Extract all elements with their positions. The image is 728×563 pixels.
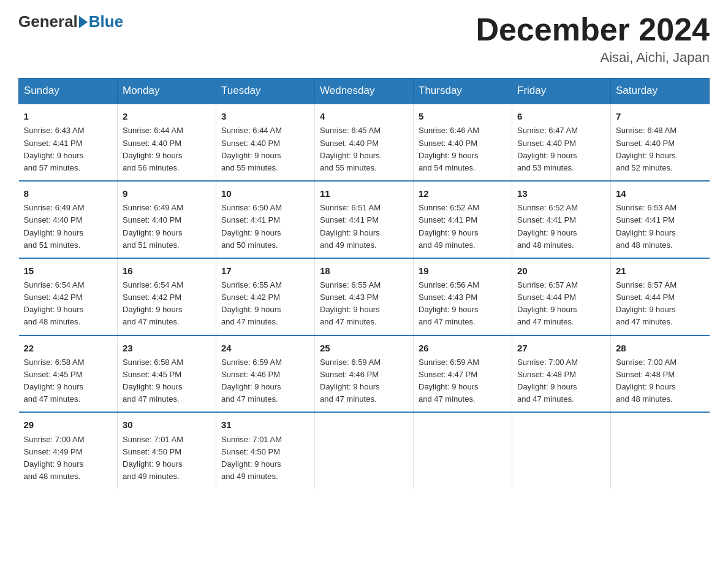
- weekday-header-monday: Monday: [118, 79, 216, 104]
- day-info: Sunrise: 6:58 AMSunset: 4:45 PMDaylight:…: [123, 356, 211, 406]
- calendar-cell: [512, 412, 611, 489]
- day-info: Sunrise: 6:43 AMSunset: 4:41 PMDaylight:…: [24, 124, 113, 174]
- calendar-cell: 10Sunrise: 6:50 AMSunset: 4:41 PMDayligh…: [216, 181, 315, 258]
- weekday-header-friday: Friday: [512, 79, 611, 104]
- calendar-cell: 7Sunrise: 6:48 AMSunset: 4:40 PMDaylight…: [611, 104, 710, 181]
- day-number: 6: [517, 109, 605, 123]
- day-info: Sunrise: 6:51 AMSunset: 4:41 PMDaylight:…: [320, 202, 408, 251]
- day-info: Sunrise: 6:54 AMSunset: 4:42 PMDaylight:…: [24, 279, 113, 329]
- day-info: Sunrise: 6:49 AMSunset: 4:40 PMDaylight:…: [123, 202, 211, 251]
- calendar-cell: 16Sunrise: 6:54 AMSunset: 4:42 PMDayligh…: [118, 258, 216, 335]
- day-info: Sunrise: 7:00 AMSunset: 4:48 PMDaylight:…: [616, 356, 705, 406]
- page-header: General Blue December 2024 Aisai, Aichi,…: [18, 12, 710, 66]
- day-number: 3: [221, 109, 309, 123]
- day-info: Sunrise: 6:59 AMSunset: 4:47 PMDaylight:…: [419, 356, 507, 406]
- day-number: 25: [320, 341, 408, 355]
- day-info: Sunrise: 7:00 AMSunset: 4:49 PMDaylight:…: [24, 434, 113, 483]
- day-number: 12: [419, 186, 507, 201]
- day-number: 30: [123, 418, 211, 432]
- calendar-week-row: 15Sunrise: 6:54 AMSunset: 4:42 PMDayligh…: [19, 258, 710, 335]
- day-number: 5: [419, 109, 507, 123]
- day-info: Sunrise: 6:56 AMSunset: 4:43 PMDaylight:…: [419, 279, 507, 329]
- day-info: Sunrise: 6:57 AMSunset: 4:44 PMDaylight:…: [517, 279, 605, 329]
- calendar-cell: 26Sunrise: 6:59 AMSunset: 4:47 PMDayligh…: [414, 335, 512, 413]
- day-info: Sunrise: 7:00 AMSunset: 4:48 PMDaylight:…: [517, 356, 605, 406]
- month-title: December 2024: [476, 12, 710, 47]
- day-number: 14: [616, 186, 705, 201]
- calendar-cell: 28Sunrise: 7:00 AMSunset: 4:48 PMDayligh…: [611, 335, 710, 413]
- day-info: Sunrise: 6:46 AMSunset: 4:40 PMDaylight:…: [419, 124, 507, 174]
- calendar-cell: 21Sunrise: 6:57 AMSunset: 4:44 PMDayligh…: [611, 258, 710, 335]
- calendar-cell: 22Sunrise: 6:58 AMSunset: 4:45 PMDayligh…: [19, 335, 118, 413]
- calendar-cell: 1Sunrise: 6:43 AMSunset: 4:41 PMDaylight…: [19, 104, 118, 181]
- day-number: 20: [517, 264, 605, 278]
- calendar-cell: [315, 412, 414, 489]
- calendar-cell: 2Sunrise: 6:44 AMSunset: 4:40 PMDaylight…: [118, 104, 216, 181]
- weekday-header-tuesday: Tuesday: [216, 79, 315, 104]
- day-info: Sunrise: 6:59 AMSunset: 4:46 PMDaylight:…: [221, 356, 309, 406]
- day-info: Sunrise: 6:47 AMSunset: 4:40 PMDaylight:…: [517, 124, 605, 174]
- calendar-week-row: 29Sunrise: 7:00 AMSunset: 4:49 PMDayligh…: [19, 412, 710, 489]
- day-number: 10: [221, 186, 309, 201]
- day-number: 23: [123, 341, 211, 355]
- weekday-header-thursday: Thursday: [414, 79, 512, 104]
- day-number: 31: [221, 418, 309, 432]
- day-info: Sunrise: 6:44 AMSunset: 4:40 PMDaylight:…: [221, 124, 309, 174]
- day-number: 4: [320, 109, 408, 123]
- day-number: 11: [320, 186, 408, 201]
- day-number: 19: [419, 264, 507, 278]
- calendar-cell: 30Sunrise: 7:01 AMSunset: 4:50 PMDayligh…: [118, 412, 216, 489]
- day-number: 26: [419, 341, 507, 355]
- day-info: Sunrise: 6:55 AMSunset: 4:43 PMDaylight:…: [320, 279, 408, 329]
- calendar-cell: 17Sunrise: 6:55 AMSunset: 4:42 PMDayligh…: [216, 258, 315, 335]
- calendar-week-row: 1Sunrise: 6:43 AMSunset: 4:41 PMDaylight…: [19, 104, 710, 181]
- calendar-cell: 31Sunrise: 7:01 AMSunset: 4:50 PMDayligh…: [216, 412, 315, 489]
- day-number: 7: [616, 109, 705, 123]
- day-number: 22: [24, 341, 113, 355]
- day-number: 24: [221, 341, 309, 355]
- day-info: Sunrise: 6:54 AMSunset: 4:42 PMDaylight:…: [123, 279, 211, 329]
- logo-general-text: General: [18, 12, 78, 31]
- day-number: 17: [221, 264, 309, 278]
- calendar-cell: 8Sunrise: 6:49 AMSunset: 4:40 PMDaylight…: [19, 181, 118, 258]
- day-info: Sunrise: 6:48 AMSunset: 4:40 PMDaylight:…: [616, 124, 705, 174]
- day-number: 15: [24, 264, 113, 278]
- day-number: 2: [123, 109, 211, 123]
- calendar-cell: 12Sunrise: 6:52 AMSunset: 4:41 PMDayligh…: [414, 181, 512, 258]
- day-info: Sunrise: 6:58 AMSunset: 4:45 PMDaylight:…: [24, 356, 113, 406]
- day-number: 8: [24, 186, 113, 201]
- calendar-cell: 5Sunrise: 6:46 AMSunset: 4:40 PMDaylight…: [414, 104, 512, 181]
- calendar-table: SundayMondayTuesdayWednesdayThursdayFrid…: [18, 78, 710, 489]
- day-info: Sunrise: 6:53 AMSunset: 4:41 PMDaylight:…: [616, 202, 705, 251]
- calendar-week-row: 8Sunrise: 6:49 AMSunset: 4:40 PMDaylight…: [19, 181, 710, 258]
- day-number: 16: [123, 264, 211, 278]
- title-area: December 2024 Aisai, Aichi, Japan: [476, 12, 710, 66]
- day-number: 18: [320, 264, 408, 278]
- calendar-cell: 23Sunrise: 6:58 AMSunset: 4:45 PMDayligh…: [118, 335, 216, 413]
- logo-blue-text: Blue: [89, 12, 123, 31]
- weekday-header-row: SundayMondayTuesdayWednesdayThursdayFrid…: [19, 79, 710, 104]
- day-info: Sunrise: 7:01 AMSunset: 4:50 PMDaylight:…: [221, 434, 309, 483]
- calendar-cell: 3Sunrise: 6:44 AMSunset: 4:40 PMDaylight…: [216, 104, 315, 181]
- day-number: 1: [24, 109, 113, 123]
- day-info: Sunrise: 6:45 AMSunset: 4:40 PMDaylight:…: [320, 124, 408, 174]
- day-info: Sunrise: 6:52 AMSunset: 4:41 PMDaylight:…: [517, 202, 605, 251]
- day-info: Sunrise: 6:44 AMSunset: 4:40 PMDaylight:…: [123, 124, 211, 174]
- calendar-cell: 18Sunrise: 6:55 AMSunset: 4:43 PMDayligh…: [315, 258, 414, 335]
- day-number: 9: [123, 186, 211, 201]
- day-info: Sunrise: 6:59 AMSunset: 4:46 PMDaylight:…: [320, 356, 408, 406]
- calendar-cell: 27Sunrise: 7:00 AMSunset: 4:48 PMDayligh…: [512, 335, 611, 413]
- weekday-header-sunday: Sunday: [19, 79, 118, 104]
- location-text: Aisai, Aichi, Japan: [476, 50, 710, 66]
- calendar-cell: 19Sunrise: 6:56 AMSunset: 4:43 PMDayligh…: [414, 258, 512, 335]
- weekday-header-saturday: Saturday: [611, 79, 710, 104]
- day-info: Sunrise: 6:52 AMSunset: 4:41 PMDaylight:…: [419, 202, 507, 251]
- logo: General Blue: [18, 12, 123, 31]
- day-number: 21: [616, 264, 705, 278]
- calendar-cell: 24Sunrise: 6:59 AMSunset: 4:46 PMDayligh…: [216, 335, 315, 413]
- calendar-cell: 13Sunrise: 6:52 AMSunset: 4:41 PMDayligh…: [512, 181, 611, 258]
- calendar-cell: [414, 412, 512, 489]
- day-info: Sunrise: 7:01 AMSunset: 4:50 PMDaylight:…: [123, 434, 211, 483]
- calendar-cell: 14Sunrise: 6:53 AMSunset: 4:41 PMDayligh…: [611, 181, 710, 258]
- calendar-cell: 4Sunrise: 6:45 AMSunset: 4:40 PMDaylight…: [315, 104, 414, 181]
